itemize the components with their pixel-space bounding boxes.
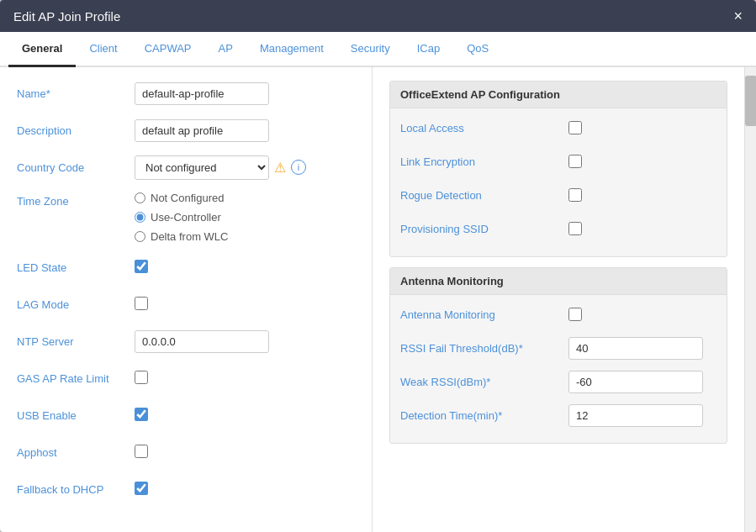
tab-general[interactable]: General [8,32,76,67]
time-zone-label: Time Zone [17,192,135,208]
ntp-server-input[interactable] [135,330,269,353]
antenna-monitoring-value [568,308,716,321]
right-panel: OfficeExtend AP Configuration Local Acce… [373,67,744,532]
weak-rssi-value [568,371,716,393]
country-code-control: Not configured US EU JP ⚠ i [135,155,355,180]
office-extend-section-title: OfficeExtend AP Configuration [390,82,727,108]
rogue-detection-label: Rogue Detection [400,189,568,202]
rssi-fail-threshold-label: RSSI Fail Threshold(dB)* [400,342,568,355]
fallback-dhcp-label: Fallback to DHCP [17,483,135,496]
usb-enable-row: USB Enable [17,403,355,428]
country-code-row: Country Code Not configured US EU JP ⚠ i [17,155,355,180]
modal-header: Edit AP Join Profile × [0,0,756,32]
provisioning-ssid-checkbox[interactable] [568,222,582,235]
tab-management[interactable]: Management [246,32,337,67]
tab-client[interactable]: Client [76,32,130,67]
lag-mode-label: LAG Mode [17,298,135,311]
link-encryption-row: Link Encryption [400,149,716,174]
tab-bar: General Client CAPWAP AP Management Secu… [0,32,756,67]
radio-use-controller-input[interactable] [135,212,145,223]
link-encryption-checkbox[interactable] [568,155,582,168]
modal-container: Edit AP Join Profile × General Client CA… [0,0,756,532]
scrollbar-track[interactable] [744,67,756,532]
tab-security[interactable]: Security [337,32,404,67]
antenna-monitoring-section-body: Antenna Monitoring RSSI Fail Threshold(d… [390,295,727,443]
usb-enable-label: USB Enable [17,409,135,422]
description-input[interactable] [135,119,269,142]
close-button[interactable]: × [733,8,743,24]
info-icon: i [291,160,306,175]
rogue-detection-value [568,188,716,202]
name-input[interactable] [135,82,269,105]
fallback-dhcp-control [135,482,355,498]
tab-capwap[interactable]: CAPWAP [131,32,205,67]
office-extend-section-body: Local Access Link Encryption Rogue Detec… [390,108,727,256]
link-encryption-value [568,155,716,168]
tab-ap[interactable]: AP [205,32,246,67]
description-label: Description [17,124,135,137]
country-code-select[interactable]: Not configured US EU JP [135,155,269,180]
rssi-fail-threshold-input[interactable] [568,337,703,360]
antenna-monitoring-row: Antenna Monitoring [400,302,716,327]
radio-not-configured-input[interactable] [135,192,145,203]
ntp-server-row: NTP Server [17,329,355,354]
lag-mode-row: LAG Mode [17,292,355,317]
local-access-checkbox[interactable] [568,121,582,134]
weak-rssi-row: Weak RSSI(dBm)* [400,369,716,394]
modal-body: Name* Description Country Code Not [0,67,756,532]
ntp-server-label: NTP Server [17,335,135,348]
link-encryption-label: Link Encryption [400,155,568,168]
antenna-monitoring-section: Antenna Monitoring Antenna Monitoring RS… [389,267,727,444]
provisioning-ssid-row: Provisioning SSID [400,216,716,241]
apphost-label: Apphost [17,446,135,459]
apphost-checkbox[interactable] [135,445,148,458]
gas-ap-rate-limit-checkbox[interactable] [135,371,148,384]
weak-rssi-input[interactable] [568,371,703,393]
provisioning-ssid-value [568,222,716,235]
detection-time-row: Detection Time(min)* [400,403,716,428]
rogue-detection-checkbox[interactable] [568,188,582,202]
country-code-select-wrap: Not configured US EU JP ⚠ i [135,155,355,180]
left-panel: Name* Description Country Code Not [0,67,373,532]
local-access-label: Local Access [400,122,568,134]
led-state-label: LED State [17,261,135,274]
radio-use-controller-label: Use-Controller [151,211,221,224]
led-state-control [135,260,355,276]
modal-title: Edit AP Join Profile [13,9,120,24]
name-row: Name* [17,81,355,106]
description-control [135,119,355,142]
radio-not-configured-label: Not Configured [151,192,224,204]
antenna-monitoring-section-title: Antenna Monitoring [390,268,727,295]
rogue-detection-row: Rogue Detection [400,182,716,208]
lag-mode-checkbox[interactable] [135,297,148,310]
detection-time-input[interactable] [568,404,703,427]
provisioning-ssid-label: Provisioning SSID [400,223,568,235]
ntp-server-control [135,330,355,353]
detection-time-label: Detection Time(min)* [400,409,568,422]
apphost-control [135,445,355,461]
gas-ap-rate-limit-label: GAS AP Rate Limit [17,372,135,385]
name-control [135,82,355,105]
tab-qos[interactable]: QoS [453,32,502,67]
time-zone-radio-group: Not Configured Use-Controller Delta from… [135,192,228,243]
led-state-row: LED State [17,255,355,280]
warning-icon: ⚠ [274,160,286,176]
office-extend-section: OfficeExtend AP Configuration Local Acce… [389,81,727,257]
antenna-monitoring-checkbox[interactable] [568,308,582,321]
description-row: Description [17,118,355,143]
fallback-dhcp-row: Fallback to DHCP [17,477,355,502]
country-code-label: Country Code [17,161,135,174]
lag-mode-control [135,297,355,313]
scrollbar-thumb[interactable] [745,76,756,126]
led-state-checkbox[interactable] [135,260,148,273]
apphost-row: Apphost [17,440,355,465]
antenna-monitoring-label: Antenna Monitoring [400,308,568,321]
fallback-dhcp-checkbox[interactable] [135,482,148,495]
radio-use-controller: Use-Controller [135,211,228,224]
usb-enable-checkbox[interactable] [135,408,148,421]
local-access-row: Local Access [400,115,716,140]
time-zone-row: Time Zone Not Configured Use-Controller … [17,192,355,243]
tab-icap[interactable]: ICap [404,32,453,67]
radio-delta-from-wlc-input[interactable] [135,231,145,242]
usb-enable-control [135,408,355,424]
